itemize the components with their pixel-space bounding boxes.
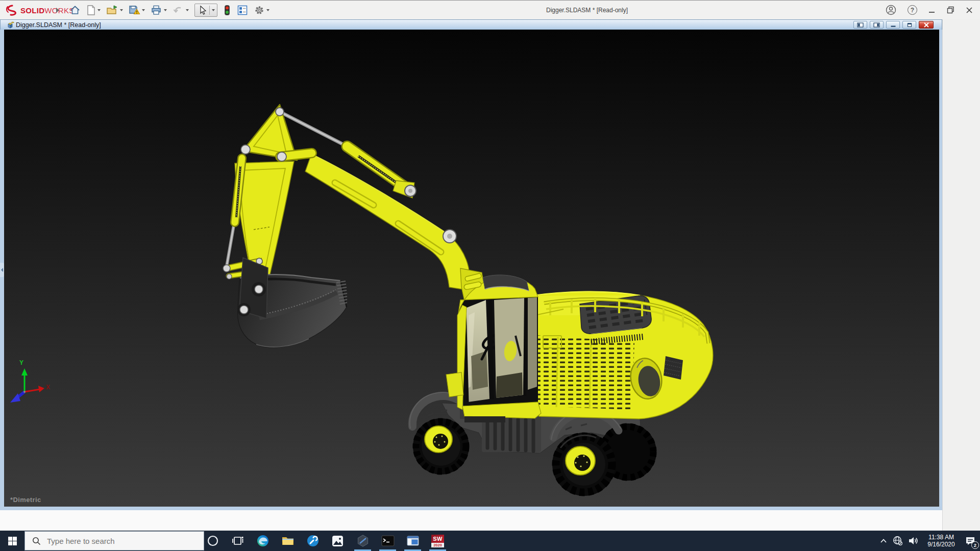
select-tool-button[interactable]: [194, 4, 217, 17]
print-button[interactable]: [151, 5, 167, 16]
save-dropdown[interactable]: [142, 9, 145, 11]
wrench-circle-icon: [306, 534, 320, 547]
open-button[interactable]: [106, 5, 123, 16]
solidworks-taskbar-button[interactable]: SW 2020: [425, 531, 450, 551]
task-view-button[interactable]: [225, 531, 250, 551]
file-explorer-icon: [281, 534, 295, 547]
show-left-pane-button[interactable]: [853, 21, 867, 29]
options-gear-icon: [254, 5, 265, 16]
rebuild-button[interactable]: [223, 5, 231, 16]
collapse-arrow-icon: [1, 268, 3, 272]
assembly-document-icon: [6, 21, 14, 29]
document-title: Digger.SLDASM * [Read-only]: [16, 21, 101, 29]
toolbar-expand-arrow[interactable]: [56, 8, 59, 13]
new-document-button[interactable]: [86, 5, 101, 16]
undo-dropdown[interactable]: [186, 9, 189, 11]
options-dropdown[interactable]: [266, 9, 270, 11]
show-right-pane-button[interactable]: [870, 21, 884, 29]
document-titlebar[interactable]: Digger.SLDASM * [Read-only]: [0, 19, 942, 30]
home-button[interactable]: [69, 5, 81, 16]
edge-button[interactable]: [250, 531, 275, 551]
window-controls: ?: [886, 5, 973, 15]
excavator-bucket: [237, 258, 347, 347]
close-button[interactable]: [966, 7, 973, 14]
speaker-icon: [908, 536, 919, 546]
task-pane-gutter: [942, 19, 980, 531]
rebuild-traffic-light-icon: [223, 5, 231, 16]
save-icon: [129, 5, 140, 16]
clock-time: 11:38 AM: [925, 534, 958, 541]
settings-tool-button[interactable]: [300, 531, 325, 551]
volume-button[interactable]: [905, 536, 922, 546]
document-close-button[interactable]: [919, 21, 934, 29]
select-cursor-icon: [197, 5, 207, 15]
search-icon: [32, 537, 41, 545]
user-account-icon[interactable]: [886, 5, 896, 15]
excavator-body: [529, 292, 713, 419]
new-document-dropdown[interactable]: [97, 9, 101, 11]
solidworks-logo-mark: [5, 5, 18, 16]
start-button[interactable]: [0, 531, 24, 551]
windows-logo-icon: [8, 537, 17, 545]
document-window-buttons: [853, 21, 934, 29]
hexagon-app-button[interactable]: [350, 531, 375, 551]
restore-button[interactable]: [947, 6, 954, 14]
solidworks-logo-text: SOLIDWORKS: [20, 6, 75, 15]
app-titlebar: SOLIDWORKS: [0, 0, 980, 19]
print-icon: [151, 5, 162, 16]
hexagon-app-icon: [356, 534, 370, 547]
minimize-button[interactable]: [928, 7, 936, 14]
select-tool-dropdown[interactable]: [212, 9, 215, 11]
tray-chevron-button[interactable]: [877, 538, 890, 543]
orientation-triad: [10, 368, 44, 403]
file-properties-button[interactable]: [237, 5, 248, 16]
system-tray: 11:38 AM 9/16/2020 2: [877, 531, 980, 551]
undo-icon: [173, 5, 184, 16]
app-window-icon: [406, 535, 420, 547]
document-minimize-button[interactable]: [886, 21, 900, 29]
taskbar-search[interactable]: [24, 531, 204, 550]
document-border-bottom: [0, 507, 942, 510]
open-folder-icon: [106, 5, 118, 16]
network-status-button[interactable]: [890, 536, 905, 546]
help-icon[interactable]: ?: [908, 5, 917, 15]
triad-x-label: X: [46, 384, 50, 391]
file-explorer-button[interactable]: [275, 531, 300, 551]
options-button[interactable]: [254, 5, 270, 16]
taskbar-apps: SW 2020: [200, 531, 450, 551]
cortana-button[interactable]: [200, 531, 225, 551]
globe-network-icon: [893, 536, 903, 546]
app-window-button[interactable]: [400, 531, 425, 551]
view-orientation-label: *Dimetric: [10, 496, 41, 504]
action-center-button[interactable]: 2: [961, 531, 980, 551]
undo-button[interactable]: [173, 5, 189, 16]
open-dropdown[interactable]: [120, 9, 123, 11]
file-properties-icon: [237, 5, 248, 16]
clock-date: 9/16/2020: [925, 541, 958, 548]
solidworks-logo: SOLIDWORKS: [5, 4, 75, 16]
select-tool-divider: [209, 6, 210, 15]
taskbar-clock[interactable]: 11:38 AM 9/16/2020: [925, 534, 958, 548]
excavator-arm: [223, 105, 472, 291]
excavator-cab: [446, 273, 541, 422]
print-dropdown[interactable]: [164, 9, 167, 11]
document-restore-button[interactable]: [902, 21, 916, 29]
home-icon: [69, 5, 81, 16]
taskbar-search-input[interactable]: [46, 536, 191, 546]
photos-button[interactable]: [325, 531, 350, 551]
solidworks-window: SOLIDWORKS: [0, 0, 980, 551]
command-prompt-icon: [381, 535, 395, 547]
triad-y-label: Y: [19, 359, 23, 366]
command-prompt-button[interactable]: [375, 531, 400, 551]
status-bar: [0, 510, 942, 531]
excavator-model: [4, 30, 939, 507]
edge-icon: [256, 534, 270, 547]
photos-icon: [331, 535, 344, 547]
quick-access-toolbar: [69, 3, 270, 18]
cortana-icon: [207, 535, 219, 547]
chevron-up-icon: [880, 538, 887, 543]
save-button[interactable]: [129, 5, 145, 16]
collapsed-panel-tab[interactable]: [0, 263, 4, 277]
graphics-viewport[interactable]: Y X *Dimetric: [4, 30, 939, 507]
new-document-icon: [86, 5, 96, 16]
